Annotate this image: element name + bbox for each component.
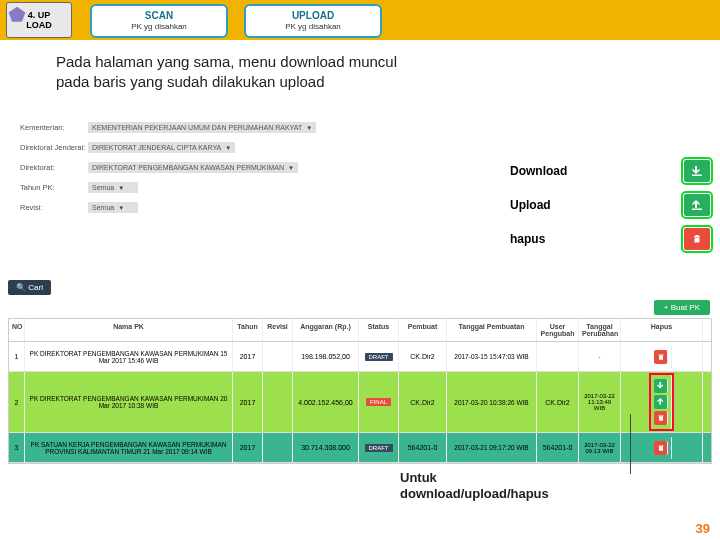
ditjen-select[interactable]: DIREKTORAT JENDERAL CIPTA KARYA: [88, 142, 235, 153]
table-row: 3 PK SATUAN KERJA PENGEMBANGAN KAWASAN P…: [9, 433, 711, 463]
trash-icon: [684, 228, 710, 250]
row-delete-button[interactable]: [654, 411, 668, 425]
create-pk-button[interactable]: + Buat PK: [654, 300, 710, 315]
pill-upload: UPLOAD PK yg disahkan: [244, 4, 382, 38]
svg-rect-0: [692, 175, 702, 177]
download-icon: [684, 160, 710, 182]
step-badge-icon: [7, 5, 27, 27]
table-header: NO Nama PK Tahun Revisi Anggaran (Rp.) S…: [9, 319, 711, 342]
row-download-button[interactable]: [654, 379, 668, 393]
pill-scan: SCAN PK yg disahkan: [90, 4, 228, 38]
filter-form: Kementerian:KEMENTERIAN PEKERJAAN UMUM D…: [20, 122, 410, 222]
step-num: 4. UP: [28, 10, 51, 20]
search-button[interactable]: 🔍 Cari: [8, 280, 51, 295]
direktorat-select[interactable]: DIREKTORAT PENGEMBANGAN KAWASAN PERMUKIM…: [88, 162, 298, 173]
arrow-line: [630, 414, 631, 474]
row-delete-button[interactable]: [654, 441, 668, 455]
step-name: LOAD: [26, 20, 52, 30]
description-text: Pada halaman yang sama, menu download mu…: [56, 52, 397, 92]
legend: Download Upload hapus: [510, 160, 710, 262]
svg-rect-1: [692, 209, 702, 211]
footer-note: Untuk download/upload/hapus: [400, 470, 549, 502]
kementerian-select[interactable]: KEMENTERIAN PEKERJAAN UMUM DAN PERUMAHAN…: [88, 122, 316, 133]
legend-upload-label: Upload: [510, 198, 551, 212]
legend-hapus-label: hapus: [510, 232, 545, 246]
tahun-select[interactable]: Semua: [88, 182, 138, 193]
pk-table: NO Nama PK Tahun Revisi Anggaran (Rp.) S…: [8, 318, 712, 464]
table-row: 2 PK DIREKTORAT PENGEMBANGAN KAWASAN PER…: [9, 372, 711, 433]
upload-icon: [684, 194, 710, 216]
row-upload-button[interactable]: [654, 395, 668, 409]
table-row: 1 PK DIREKTORAT PENGEMBANGAN KAWASAN PER…: [9, 342, 711, 372]
legend-download-label: Download: [510, 164, 567, 178]
step-box: 4. UP LOAD: [6, 2, 72, 38]
revisi-select[interactable]: Semua: [88, 202, 138, 213]
row-delete-button[interactable]: [654, 350, 668, 364]
page-number: 39: [696, 521, 710, 536]
